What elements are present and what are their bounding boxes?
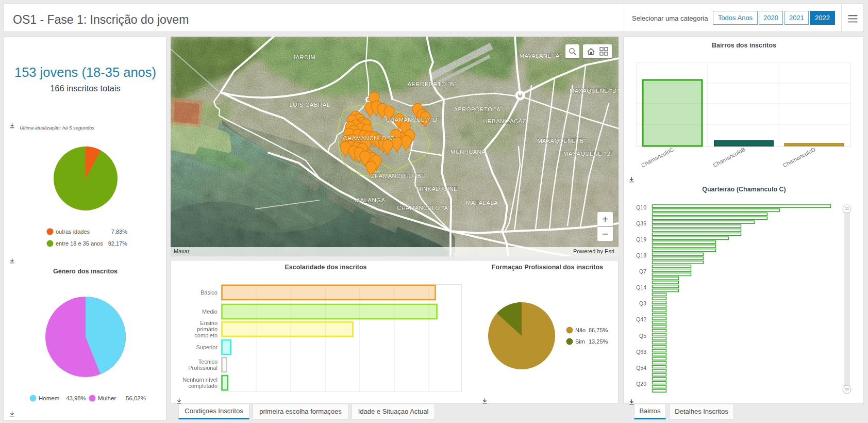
svg-text:ChamanculoB: ChamanculoB <box>712 146 746 168</box>
svg-text:CHAMANCULO "B": CHAMANCULO "B" <box>370 173 424 179</box>
svg-text:CHAMANCULO "C": CHAMANCULO "C" <box>343 135 397 141</box>
svg-text:LUIS CABRAL: LUIS CABRAL <box>289 102 330 108</box>
svg-text:MAFALALA: MAFALALA <box>466 200 498 206</box>
svg-text:ChamanculoC: ChamanculoC <box>640 146 675 168</box>
svg-text:7,83%: 7,83% <box>111 229 127 235</box>
svg-text:CHAMANCULO "A": CHAMANCULO "A" <box>397 205 450 211</box>
svg-text:92,17%: 92,17% <box>108 240 128 247</box>
svg-text:13,25%: 13,25% <box>589 338 608 345</box>
svg-text:Sim: Sim <box>575 338 585 345</box>
svg-text:URBANIZAÇÃO: URBANIZAÇÃO <box>483 118 527 124</box>
svg-text:JARDIM: JARDIM <box>292 54 315 60</box>
svg-text:MAVALANE "A": MAVALANE "A" <box>520 53 562 59</box>
svg-text:MUNHUANA: MUNHUANA <box>450 149 486 155</box>
svg-text:AEROPORTO "B": AEROPORTO "B" <box>408 81 457 87</box>
svg-text:MAXAQUENE "D": MAXAQUENE "D" <box>570 88 619 94</box>
svg-text:MAXAQUENE "B": MAXAQUENE "B" <box>537 138 586 144</box>
svg-text:86,75%: 86,75% <box>589 327 608 333</box>
svg-text:Homem: Homem <box>39 395 59 401</box>
svg-text:MINKADJUINE: MINKADJUINE <box>416 186 458 192</box>
svg-text:CHAMANCULO "D": CHAMANCULO "D" <box>386 117 440 123</box>
svg-text:AEROPORTO "A": AEROPORTO "A" <box>454 106 503 112</box>
svg-text:Mulher: Mulher <box>98 395 116 401</box>
svg-text:MALANGA: MALANGA <box>355 197 385 203</box>
svg-text:outras idades: outras idades <box>56 229 90 235</box>
svg-text:43,98%: 43,98% <box>66 395 86 401</box>
svg-text:Não: Não <box>575 327 586 333</box>
svg-text:56,02%: 56,02% <box>126 395 146 401</box>
svg-text:ChamanculoD: ChamanculoD <box>782 146 816 168</box>
svg-text:entre 18 e 35 anos: entre 18 e 35 anos <box>56 240 103 247</box>
svg-text:MAXAQUENE "C": MAXAQUENE "C" <box>563 151 613 157</box>
